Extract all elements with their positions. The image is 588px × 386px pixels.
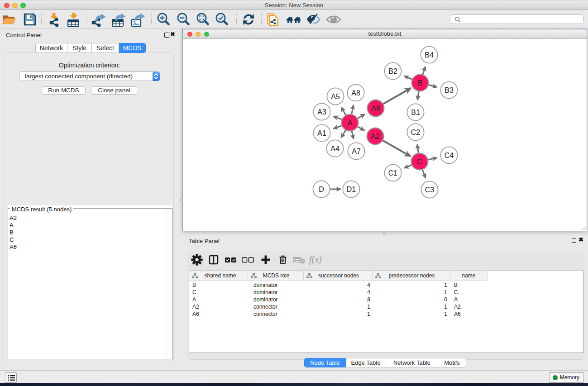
- svg-text:A4: A4: [330, 145, 339, 152]
- svg-text:A1: A1: [317, 129, 326, 137]
- svg-text:A5: A5: [331, 93, 340, 100]
- svg-text:C3: C3: [425, 186, 435, 194]
- svg-text:f(x): f(x): [309, 254, 322, 265]
- svg-text:C2: C2: [411, 129, 421, 136]
- svg-text:C4: C4: [445, 152, 454, 159]
- svg-text:B3: B3: [445, 86, 454, 94]
- svg-text:B1: B1: [411, 109, 420, 116]
- svg-text:C1: C1: [388, 169, 398, 177]
- svg-text:A3: A3: [317, 108, 326, 116]
- svg-text:C: C: [417, 158, 422, 166]
- svg-text:A6: A6: [371, 105, 380, 112]
- svg-text:A2: A2: [371, 133, 380, 140]
- svg-text:D1: D1: [347, 186, 356, 193]
- svg-text:B4: B4: [425, 51, 434, 59]
- svg-text:D: D: [319, 186, 324, 193]
- svg-text:A: A: [348, 119, 353, 127]
- svg-text:A8: A8: [351, 89, 360, 97]
- svg-text:B: B: [418, 79, 423, 87]
- svg-text:A7: A7: [352, 148, 361, 155]
- svg-text:B2: B2: [388, 67, 397, 75]
